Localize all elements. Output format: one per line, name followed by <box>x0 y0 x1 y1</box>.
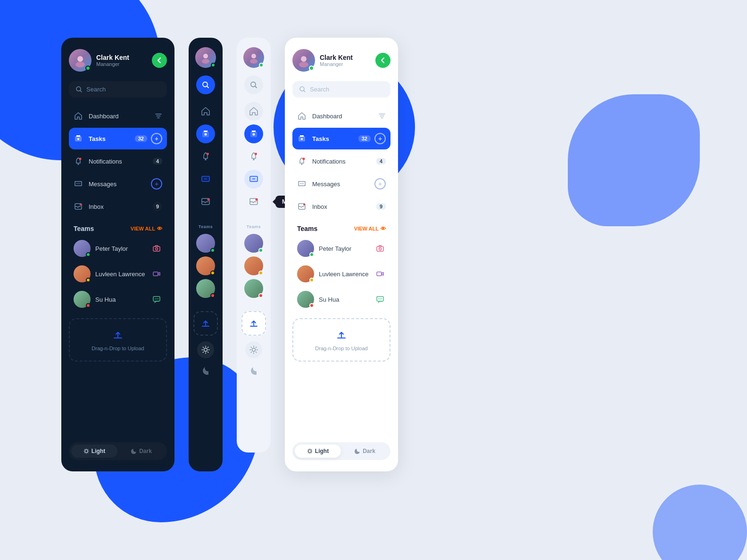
search-placeholder-dark: Search <box>86 86 106 93</box>
tasks-icon-light <box>297 134 307 143</box>
svg-rect-12 <box>153 247 160 251</box>
dark-panel-icon: Teams <box>189 38 223 471</box>
tasks-add-btn-light[interactable]: + <box>374 133 386 144</box>
nav-messages-icon-dark[interactable] <box>196 170 215 189</box>
svg-point-17 <box>156 298 157 299</box>
search-bar-dark[interactable]: Search <box>69 81 167 98</box>
eye-icon-light: 👁 <box>381 226 386 231</box>
svg-point-57 <box>303 183 304 184</box>
upload-icon-dark <box>111 329 124 342</box>
nav-notifications-dark[interactable]: Notifications 4 <box>69 151 167 171</box>
svg-point-6 <box>79 158 82 160</box>
search-placeholder-light: Search <box>310 86 329 93</box>
back-button-dark[interactable] <box>152 53 167 68</box>
search-icon-btn-dark[interactable] <box>196 75 215 94</box>
peter-avatar-icon-dark[interactable] <box>196 234 215 253</box>
chat-icon-suhua-light <box>374 294 386 305</box>
nav-notifications-icon-light[interactable] <box>244 147 263 166</box>
svg-point-25 <box>205 159 207 161</box>
theme-dark-btn-dark[interactable]: Dark <box>118 445 165 458</box>
nav-tasks-dark[interactable]: Tasks 32 + <box>69 128 167 149</box>
nav-notifications-icon-dark[interactable] <box>196 147 215 166</box>
svg-point-13 <box>156 248 158 250</box>
theme-toggle-light[interactable]: Light Dark <box>292 442 390 460</box>
team-member-peter-light[interactable]: Peter Taylor <box>292 236 390 261</box>
nav-inbox-icon-light[interactable] <box>244 192 263 211</box>
profile-name-light: Clark Kent <box>320 54 353 61</box>
messages-add-btn-light[interactable]: + <box>374 178 386 189</box>
teams-header-light: Teams VIEW ALL 👁 <box>292 218 390 236</box>
light-mode-icon-light[interactable] <box>245 341 262 358</box>
nav-notifications-light[interactable]: Notifications 4 <box>292 151 390 171</box>
messages-add-btn-dark[interactable]: + <box>151 178 162 189</box>
dark-mode-icon-dark[interactable] <box>197 362 214 379</box>
nav-tasks-light[interactable]: Tasks 32 + <box>292 128 390 149</box>
nav-dashboard-light[interactable]: Dashboard <box>292 106 390 126</box>
theme-icons-light <box>245 341 262 379</box>
home-icon-dark <box>74 111 83 121</box>
svg-point-19 <box>85 450 88 453</box>
svg-point-64 <box>378 298 379 299</box>
profile-name-dark: Clark Kent <box>96 54 129 61</box>
nav-tasks-icon-light[interactable] <box>244 124 263 143</box>
svg-point-65 <box>380 298 381 299</box>
search-bar-light[interactable]: Search <box>292 81 390 98</box>
upload-icon-btn-dark[interactable] <box>193 311 218 336</box>
theme-light-btn-dark[interactable]: Light <box>71 445 117 458</box>
teams-viewall-dark[interactable]: VIEW ALL 👁 <box>131 226 162 231</box>
upload-section-light[interactable]: Drag-n-Drop to Upload <box>292 318 390 362</box>
nav-dashboard-label-dark: Dashboard <box>89 113 119 120</box>
nav-messages-icon-light[interactable] <box>244 170 263 189</box>
nav-inbox-icon-dark[interactable] <box>196 192 215 211</box>
team-member-luvleen-light[interactable]: Luvleen Lawrence <box>292 262 390 286</box>
nav-inbox-dark[interactable]: Inbox 9 <box>69 197 167 216</box>
profile-left-dark: Clark Kent Mananger <box>69 49 129 72</box>
team-member-suhua-light[interactable]: Su Hua <box>292 287 390 312</box>
profile-info-dark: Clark Kent Mananger <box>96 54 129 67</box>
inbox-icon-light <box>297 202 307 211</box>
svg-point-0 <box>77 56 83 62</box>
dark-mode-icon-light[interactable] <box>245 362 262 379</box>
team-member-peter-dark[interactable]: Peter Taylor <box>69 236 167 261</box>
theme-dark-btn-light[interactable]: Dark <box>342 445 388 458</box>
notifications-icon-light <box>297 156 307 166</box>
nav-inbox-light[interactable]: Inbox 9 <box>292 197 390 216</box>
svg-point-48 <box>301 56 307 62</box>
profile-info-light: Clark Kent Mananger <box>320 54 353 67</box>
team-member-suhua-dark[interactable]: Su Hua <box>69 287 167 312</box>
search-icon-btn-light[interactable] <box>244 75 263 94</box>
nav-tasks-icon-dark[interactable] <box>196 124 215 143</box>
nav-home-icon-light[interactable] <box>244 102 263 121</box>
luvleen-avatar-icon-dark[interactable] <box>196 256 215 275</box>
suhua-avatar-icon-light[interactable] <box>244 279 263 298</box>
peter-name-light: Peter Taylor <box>319 245 351 252</box>
theme-toggle-dark[interactable]: Light Dark <box>69 442 167 460</box>
nav-messages-light[interactable]: Messages + <box>292 173 390 195</box>
peter-avatar-icon-light[interactable] <box>244 234 263 253</box>
luvleen-name-light: Luvleen Lawrence <box>319 271 369 278</box>
theme-light-btn-light[interactable]: Light <box>295 445 341 458</box>
back-button-light[interactable] <box>375 53 390 68</box>
svg-point-61 <box>379 248 382 250</box>
nav-dashboard-label-light: Dashboard <box>312 113 342 120</box>
upload-section-dark[interactable]: Drag-n-Drop to Upload <box>69 318 167 362</box>
svg-point-28 <box>204 179 205 180</box>
suhua-avatar-icon-dark[interactable] <box>196 279 215 298</box>
nav-dashboard-dark[interactable]: Dashboard <box>69 106 167 126</box>
nav-inbox-label-light: Inbox <box>312 203 327 210</box>
team-member-luvleen-dark[interactable]: Luvleen Lawrence <box>69 262 167 286</box>
svg-point-24 <box>205 133 207 136</box>
svg-point-7 <box>78 183 79 184</box>
teams-viewall-light[interactable]: VIEW ALL 👁 <box>354 226 386 231</box>
nav-tasks-label-dark: Tasks <box>89 135 106 142</box>
nav-messages-dark[interactable]: Messages + <box>69 173 167 195</box>
luvleen-avatar-dark <box>74 265 91 282</box>
svg-point-5 <box>78 164 79 165</box>
upload-icon-btn-light[interactable] <box>241 311 266 336</box>
tasks-add-btn-dark[interactable]: + <box>151 133 162 144</box>
light-mode-icon-dark[interactable] <box>197 341 214 358</box>
luvleen-avatar-icon-light[interactable] <box>244 256 263 275</box>
svg-point-40 <box>255 153 257 155</box>
svg-point-47 <box>252 348 256 352</box>
nav-home-icon-dark[interactable] <box>196 102 215 121</box>
